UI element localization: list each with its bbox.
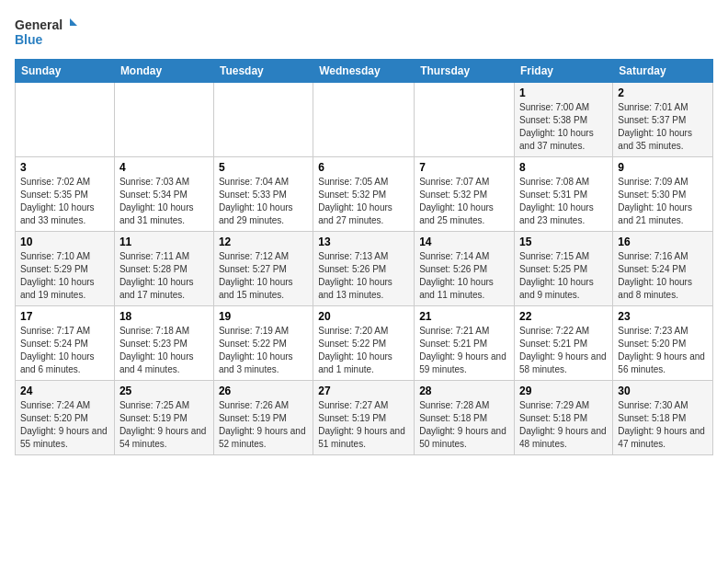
week-row-3: 10Sunrise: 7:10 AM Sunset: 5:29 PM Dayli… bbox=[16, 232, 713, 306]
day-cell bbox=[213, 83, 313, 157]
day-cell: 16Sunrise: 7:16 AM Sunset: 5:24 PM Dayli… bbox=[613, 232, 713, 306]
day-number: 7 bbox=[419, 161, 509, 174]
day-cell: 18Sunrise: 7:18 AM Sunset: 5:23 PM Dayli… bbox=[114, 306, 213, 381]
day-cell bbox=[114, 83, 213, 157]
day-number: 11 bbox=[119, 236, 209, 248]
day-number: 24 bbox=[20, 385, 109, 397]
day-cell bbox=[313, 83, 415, 157]
day-info: Sunrise: 7:28 AM Sunset: 5:18 PM Dayligh… bbox=[419, 399, 509, 451]
week-row-4: 17Sunrise: 7:17 AM Sunset: 5:24 PM Dayli… bbox=[16, 306, 713, 381]
day-info: Sunrise: 7:26 AM Sunset: 5:19 PM Dayligh… bbox=[219, 399, 308, 451]
day-number: 4 bbox=[119, 161, 209, 174]
day-cell: 22Sunrise: 7:22 AM Sunset: 5:21 PM Dayli… bbox=[515, 306, 613, 381]
day-number: 2 bbox=[618, 86, 708, 99]
day-cell: 14Sunrise: 7:14 AM Sunset: 5:26 PM Dayli… bbox=[415, 232, 515, 306]
week-row-2: 3Sunrise: 7:02 AM Sunset: 5:35 PM Daylig… bbox=[16, 157, 713, 232]
day-number: 27 bbox=[318, 385, 409, 397]
day-info: Sunrise: 7:08 AM Sunset: 5:31 PM Dayligh… bbox=[519, 176, 608, 227]
day-info: Sunrise: 7:12 AM Sunset: 5:27 PM Dayligh… bbox=[219, 250, 308, 302]
day-number: 12 bbox=[219, 236, 308, 248]
day-cell: 17Sunrise: 7:17 AM Sunset: 5:24 PM Dayli… bbox=[16, 306, 115, 381]
day-info: Sunrise: 7:18 AM Sunset: 5:23 PM Dayligh… bbox=[119, 325, 209, 376]
day-number: 3 bbox=[20, 161, 109, 174]
day-info: Sunrise: 7:17 AM Sunset: 5:24 PM Dayligh… bbox=[20, 325, 109, 376]
day-number: 19 bbox=[219, 310, 308, 323]
day-number: 6 bbox=[318, 161, 409, 174]
day-info: Sunrise: 7:03 AM Sunset: 5:34 PM Dayligh… bbox=[119, 176, 209, 227]
day-info: Sunrise: 7:20 AM Sunset: 5:22 PM Dayligh… bbox=[318, 325, 409, 376]
day-info: Sunrise: 7:19 AM Sunset: 5:22 PM Dayligh… bbox=[219, 325, 308, 376]
svg-text:Blue: Blue bbox=[15, 32, 43, 47]
day-info: Sunrise: 7:30 AM Sunset: 5:18 PM Dayligh… bbox=[618, 399, 708, 451]
col-header-tuesday: Tuesday bbox=[213, 60, 313, 83]
day-info: Sunrise: 7:14 AM Sunset: 5:26 PM Dayligh… bbox=[419, 250, 509, 302]
day-number: 13 bbox=[318, 236, 409, 248]
day-info: Sunrise: 7:25 AM Sunset: 5:19 PM Dayligh… bbox=[119, 399, 209, 451]
day-cell: 23Sunrise: 7:23 AM Sunset: 5:20 PM Dayli… bbox=[613, 306, 713, 381]
day-info: Sunrise: 7:23 AM Sunset: 5:20 PM Dayligh… bbox=[618, 325, 708, 376]
week-row-1: 1Sunrise: 7:00 AM Sunset: 5:38 PM Daylig… bbox=[16, 83, 713, 157]
day-number: 26 bbox=[219, 385, 308, 397]
day-info: Sunrise: 7:05 AM Sunset: 5:32 PM Dayligh… bbox=[318, 176, 409, 227]
day-cell: 4Sunrise: 7:03 AM Sunset: 5:34 PM Daylig… bbox=[114, 157, 213, 232]
day-info: Sunrise: 7:07 AM Sunset: 5:32 PM Dayligh… bbox=[419, 176, 509, 227]
day-number: 8 bbox=[519, 161, 608, 174]
day-number: 23 bbox=[618, 310, 708, 323]
day-cell: 10Sunrise: 7:10 AM Sunset: 5:29 PM Dayli… bbox=[16, 232, 115, 306]
col-header-thursday: Thursday bbox=[415, 60, 515, 83]
day-number: 5 bbox=[219, 161, 308, 174]
day-info: Sunrise: 7:15 AM Sunset: 5:25 PM Dayligh… bbox=[519, 250, 608, 302]
day-info: Sunrise: 7:27 AM Sunset: 5:19 PM Dayligh… bbox=[318, 399, 409, 451]
col-header-friday: Friday bbox=[515, 60, 613, 83]
day-info: Sunrise: 7:11 AM Sunset: 5:28 PM Dayligh… bbox=[119, 250, 209, 302]
week-row-5: 24Sunrise: 7:24 AM Sunset: 5:20 PM Dayli… bbox=[16, 381, 713, 455]
day-cell: 26Sunrise: 7:26 AM Sunset: 5:19 PM Dayli… bbox=[213, 381, 313, 455]
day-number: 1 bbox=[519, 86, 608, 99]
day-cell: 1Sunrise: 7:00 AM Sunset: 5:38 PM Daylig… bbox=[515, 83, 613, 157]
day-cell: 28Sunrise: 7:28 AM Sunset: 5:18 PM Dayli… bbox=[415, 381, 515, 455]
day-number: 28 bbox=[419, 385, 509, 397]
day-info: Sunrise: 7:16 AM Sunset: 5:24 PM Dayligh… bbox=[618, 250, 708, 302]
day-info: Sunrise: 7:09 AM Sunset: 5:30 PM Dayligh… bbox=[618, 176, 708, 227]
day-cell: 25Sunrise: 7:25 AM Sunset: 5:19 PM Dayli… bbox=[114, 381, 213, 455]
day-info: Sunrise: 7:21 AM Sunset: 5:21 PM Dayligh… bbox=[419, 325, 509, 376]
col-header-monday: Monday bbox=[114, 60, 213, 83]
day-cell: 5Sunrise: 7:04 AM Sunset: 5:33 PM Daylig… bbox=[213, 157, 313, 232]
day-cell: 20Sunrise: 7:20 AM Sunset: 5:22 PM Dayli… bbox=[313, 306, 415, 381]
day-info: Sunrise: 7:29 AM Sunset: 5:18 PM Dayligh… bbox=[519, 399, 608, 451]
day-number: 22 bbox=[519, 310, 608, 323]
day-cell: 19Sunrise: 7:19 AM Sunset: 5:22 PM Dayli… bbox=[213, 306, 313, 381]
svg-marker-2 bbox=[70, 18, 77, 26]
day-cell: 15Sunrise: 7:15 AM Sunset: 5:25 PM Dayli… bbox=[515, 232, 613, 306]
day-number: 21 bbox=[419, 310, 509, 323]
day-cell bbox=[415, 83, 515, 157]
day-number: 18 bbox=[119, 310, 209, 323]
logo-svg: General Blue bbox=[15, 15, 79, 48]
day-number: 20 bbox=[318, 310, 409, 323]
day-cell bbox=[16, 83, 115, 157]
svg-text:General: General bbox=[15, 17, 63, 32]
day-cell: 2Sunrise: 7:01 AM Sunset: 5:37 PM Daylig… bbox=[613, 83, 713, 157]
day-number: 17 bbox=[20, 310, 109, 323]
day-info: Sunrise: 7:02 AM Sunset: 5:35 PM Dayligh… bbox=[20, 176, 109, 227]
day-number: 15 bbox=[519, 236, 608, 248]
col-header-sunday: Sunday bbox=[16, 60, 115, 83]
page-header: General Blue bbox=[15, 15, 713, 48]
day-headers-row: SundayMondayTuesdayWednesdayThursdayFrid… bbox=[16, 60, 713, 83]
day-number: 9 bbox=[618, 161, 708, 174]
day-cell: 21Sunrise: 7:21 AM Sunset: 5:21 PM Dayli… bbox=[415, 306, 515, 381]
day-number: 25 bbox=[119, 385, 209, 397]
day-cell: 9Sunrise: 7:09 AM Sunset: 5:30 PM Daylig… bbox=[613, 157, 713, 232]
day-cell: 3Sunrise: 7:02 AM Sunset: 5:35 PM Daylig… bbox=[16, 157, 115, 232]
day-info: Sunrise: 7:13 AM Sunset: 5:26 PM Dayligh… bbox=[318, 250, 409, 302]
day-cell: 7Sunrise: 7:07 AM Sunset: 5:32 PM Daylig… bbox=[415, 157, 515, 232]
day-cell: 13Sunrise: 7:13 AM Sunset: 5:26 PM Dayli… bbox=[313, 232, 415, 306]
day-number: 29 bbox=[519, 385, 608, 397]
day-info: Sunrise: 7:00 AM Sunset: 5:38 PM Dayligh… bbox=[519, 101, 608, 153]
day-number: 10 bbox=[20, 236, 109, 248]
day-cell: 30Sunrise: 7:30 AM Sunset: 5:18 PM Dayli… bbox=[613, 381, 713, 455]
day-cell: 29Sunrise: 7:29 AM Sunset: 5:18 PM Dayli… bbox=[515, 381, 613, 455]
day-info: Sunrise: 7:04 AM Sunset: 5:33 PM Dayligh… bbox=[219, 176, 308, 227]
day-number: 30 bbox=[618, 385, 708, 397]
col-header-saturday: Saturday bbox=[613, 60, 713, 83]
